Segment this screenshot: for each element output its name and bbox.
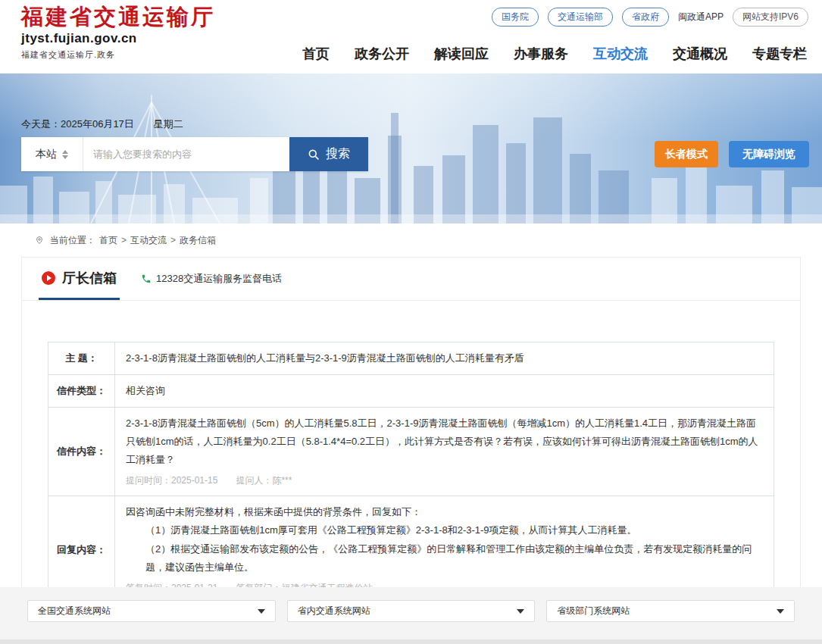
link-state-council[interactable]: 国务院 [492,8,539,27]
search-bar: 本站 搜索 [21,137,368,171]
table-row-letter-content: 信件内容： 2-3-1-8沥青混凝土路面铣刨（5cm）的人工消耗量5.8工日，2… [48,408,774,496]
chevron-down-icon [258,609,265,614]
search-scope-select[interactable]: 本站 [21,137,83,171]
chevron-down-icon [777,609,784,614]
site-domain: jtyst.fujian.gov.cn [21,31,215,46]
select-provincial-dept-sites-value: 省级部门系统网站 [557,605,630,617]
select-provincial-transport-sites[interactable]: 省内交通系统网站 [287,600,536,622]
search-button-label: 搜索 [326,146,350,162]
reply-line-3: （2）根据交通运输部发布该定额的公告，《公路工程预算定额》的日常解释和管理工作由… [126,540,763,577]
search-input[interactable] [83,137,289,171]
select-provincial-transport-sites-value: 省内交通系统网站 [298,605,370,617]
location-pin-icon [35,235,44,245]
phone-icon [141,274,152,284]
breadcrumb-label: 当前位置： [50,234,95,247]
top-links: 国务院 交通运输部 省政府 闽政通APP 网站支持IPV6 [492,8,808,27]
select-national-transport-sites-value: 全国交通系统网站 [38,605,111,617]
mail-detail: 主 题： 2-3-1-8沥青混凝土路面铣刨的人工消耗量与2-3-1-9沥青混凝土… [22,301,800,636]
nav-item-transport-overview[interactable]: 交通概况 [673,45,727,63]
reply-line-2: （1）沥青混凝土路面铣刨1cm厚可套用《公路工程预算定额》2-3-1-8和2-3… [126,521,763,539]
nav-item-special-columns[interactable]: 专题专栏 [752,45,807,63]
nav-item-services[interactable]: 办事服务 [514,45,568,63]
elder-mode-button[interactable]: 长者模式 [655,141,718,167]
breadcrumb-item-interaction[interactable]: 互动交流 [130,234,167,247]
letter-content-meta: 提问时间：2025-01-15 提问人：陈*** [126,472,763,489]
link-ipv6-support[interactable]: 网站支持IPV6 [733,8,808,27]
breadcrumb-separator: > [170,235,176,245]
supervision-hotline: 12328交通运输服务监督电话 [141,272,282,286]
nav-item-interpretation[interactable]: 解读回应 [434,45,489,63]
breadcrumb-separator: > [121,235,127,245]
main-nav: 首页 政务公开 解读回应 办事服务 互动交流 交通概况 专题专栏 [302,45,807,63]
letter-type-value: 相关咨询 [115,375,774,408]
today-date: 今天是：2025年06月17日 星期二 [21,117,183,131]
select-national-transport-sites[interactable]: 全国交通系统网站 [27,600,276,622]
search-icon [308,148,320,161]
site-header: 福建省交通运输厅 jtyst.fujian.gov.cn 福建省交通运输厅.政务… [0,0,822,73]
chevron-down-icon [517,609,524,614]
tab-director-mailbox[interactable]: 厅长信箱 [39,258,120,300]
mailbox-card: 厅长信箱 12328交通运输服务监督电话 主 题： 2-3-1-8沥青混凝土路面… [21,257,801,636]
accessibility-button[interactable]: 无障碍浏览 [729,141,809,167]
link-ministry-of-transport[interactable]: 交通运输部 [548,8,613,27]
link-minzhengtong-app[interactable]: 闽政通APP [678,11,724,23]
table-row-letter-type: 信件类型： 相关咨询 [48,375,774,408]
nav-item-interaction[interactable]: 互动交流 [593,45,648,63]
letter-type-label: 信件类型： [48,375,115,408]
letter-content-label: 信件内容： [48,408,115,496]
footer-bottom-strip [0,639,822,644]
reply-line-1: 因咨询函中未附完整材料，根据来函中提供的背景条件，回复如下： [126,503,763,521]
hero-banner: 今天是：2025年06月17日 星期二 本站 搜索 长者模式 无障碍浏览 [0,73,822,224]
site-subtitle: 福建省交通运输厅.政务 [21,49,215,61]
subject-label: 主 题： [48,342,115,375]
select-provincial-dept-sites[interactable]: 省级部门系统网站 [546,600,795,622]
breadcrumb-item-mailbox[interactable]: 政务信箱 [180,234,216,247]
nav-item-gov-disclosure[interactable]: 政务公开 [355,45,409,63]
subject-value: 2-3-1-8沥青混凝土路面铣刨的人工消耗量与2-3-1-9沥青混凝土路面铣刨的… [115,342,774,375]
mail-detail-table: 主 题： 2-3-1-8沥青混凝土路面铣刨的人工消耗量与2-3-1-9沥青混凝土… [48,342,774,604]
hotline-label: 12328交通运输服务监督电话 [156,272,282,286]
link-provincial-gov[interactable]: 省政府 [622,8,669,27]
mailbox-card-header: 厅长信箱 12328交通运输服务监督电话 [22,258,800,301]
scope-arrows-icon [62,150,68,159]
arrow-circle-icon [42,271,55,285]
breadcrumb-item-home[interactable]: 首页 [99,234,117,247]
site-footer: 全国交通系统网站 省内交通系统网站 省级部门系统网站 [0,587,822,644]
site-logo[interactable]: 福建省交通运输厅 jtyst.fujian.gov.cn 福建省交通运输厅.政务 [21,5,215,61]
footer-link-selects: 全国交通系统网站 省内交通系统网站 省级部门系统网站 [0,587,822,622]
letter-content-cell: 2-3-1-8沥青混凝土路面铣刨（5cm）的人工消耗量5.8工日，2-3-1-9… [115,408,774,496]
breadcrumb: 当前位置： 首页 > 互动交流 > 政务信箱 [0,224,822,257]
letter-content-text: 2-3-1-8沥青混凝土路面铣刨（5cm）的人工消耗量5.8工日，2-3-1-9… [126,414,763,469]
search-button[interactable]: 搜索 [289,137,368,171]
table-row-subject: 主 题： 2-3-1-8沥青混凝土路面铣刨的人工消耗量与2-3-1-9沥青混凝土… [48,342,774,375]
search-scope-value: 本站 [36,148,57,161]
site-title: 福建省交通运输厅 [21,5,215,30]
mailbox-tab-title: 厅长信箱 [62,269,117,287]
nav-item-home[interactable]: 首页 [302,45,330,63]
